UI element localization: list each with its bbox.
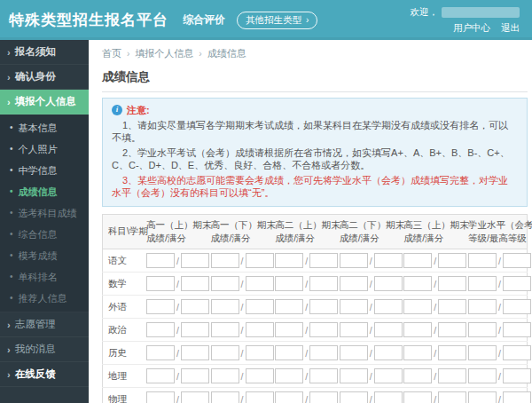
score-input[interactable] [403,322,432,337]
user-center-link[interactable]: 用户中心 [453,22,490,35]
sidebar-subitem-comprehensive-info[interactable]: •综合信息 [0,224,89,245]
grade-input[interactable] [468,299,497,314]
score-input[interactable] [146,276,175,291]
grade-input[interactable] [468,276,497,291]
logout-link[interactable]: 退出 [501,22,520,35]
grade-input[interactable] [468,345,497,360]
sidebar-subitem-basic-info[interactable]: •基本信息 [0,117,89,138]
score-input[interactable] [211,391,239,403]
full-score-input[interactable] [438,253,466,268]
full-score-input[interactable] [246,299,274,314]
full-score-input[interactable] [374,345,403,360]
sidebar-subitem-personal-photo[interactable]: •个人照片 [0,138,89,160]
score-input[interactable] [340,368,368,383]
max-grade-input[interactable] [503,253,531,268]
score-input[interactable] [146,368,175,383]
score-input[interactable] [211,253,239,268]
score-input[interactable] [275,253,303,268]
score-input[interactable] [211,299,239,314]
full-score-input[interactable] [374,299,403,314]
score-input[interactable] [211,276,239,291]
score-input[interactable] [340,253,368,268]
full-score-input[interactable] [246,276,274,291]
full-score-input[interactable] [246,391,274,403]
max-grade-input[interactable] [503,299,531,314]
score-input[interactable] [340,322,368,337]
score-input[interactable] [275,276,303,291]
grade-input[interactable] [468,368,497,383]
sidebar-item-registration-notice[interactable]: ›报名须知 [0,40,89,65]
full-score-input[interactable] [438,391,466,403]
full-score-input[interactable] [181,322,209,337]
full-score-input[interactable] [309,276,338,291]
sidebar-item-confirm-identity[interactable]: ›确认身份 [0,65,89,90]
sidebar-subitem-recommender-info[interactable]: •推荐人信息 [0,288,89,309]
score-input[interactable] [211,322,239,337]
score-input[interactable] [275,345,303,360]
score-input[interactable] [211,345,239,360]
score-input[interactable] [275,368,303,383]
score-input[interactable] [146,253,175,268]
full-score-input[interactable] [309,345,338,360]
grade-input[interactable] [468,322,497,337]
grade-input[interactable] [468,391,497,403]
full-score-input[interactable] [181,253,209,268]
full-score-input[interactable] [438,299,466,314]
full-score-input[interactable] [374,322,403,337]
full-score-input[interactable] [181,391,209,403]
full-score-input[interactable] [309,391,338,403]
score-input[interactable] [146,322,175,337]
other-enrollment-types-button[interactable]: 其他招生类型 › [237,12,317,29]
sidebar-subitem-elective-subject-scores[interactable]: •选考科目成绩 [0,202,89,224]
score-input[interactable] [340,299,368,314]
breadcrumb-home[interactable]: 首页 [102,47,121,60]
score-input[interactable] [340,345,368,360]
full-score-input[interactable] [374,276,403,291]
full-score-input[interactable] [181,368,209,383]
score-input[interactable] [340,276,368,291]
full-score-input[interactable] [374,391,403,403]
full-score-input[interactable] [181,299,209,314]
score-input[interactable] [275,322,303,337]
score-input[interactable] [275,391,303,403]
sidebar-subitem-mock-exam-scores[interactable]: •模考成绩 [0,245,89,266]
full-score-input[interactable] [181,345,209,360]
sidebar-item-fill-personal-info[interactable]: ›填报个人信息 [0,90,89,115]
grade-input[interactable] [468,253,497,268]
score-input[interactable] [340,391,368,403]
breadcrumb-personal-info[interactable]: 填报个人信息 [135,47,193,60]
full-score-input[interactable] [309,253,338,268]
max-grade-input[interactable] [503,276,531,291]
score-input[interactable] [146,345,175,360]
full-score-input[interactable] [438,345,466,360]
max-grade-input[interactable] [503,368,531,383]
full-score-input[interactable] [246,345,274,360]
score-input[interactable] [211,368,239,383]
full-score-input[interactable] [309,368,338,383]
score-input[interactable] [403,276,432,291]
full-score-input[interactable] [438,276,466,291]
full-score-input[interactable] [309,299,338,314]
full-score-input[interactable] [181,276,209,291]
max-grade-input[interactable] [503,391,531,403]
sidebar-subitem-score-info[interactable]: •成绩信息 [0,181,89,202]
score-input[interactable] [275,299,303,314]
score-input[interactable] [146,391,175,403]
score-input[interactable] [403,253,432,268]
score-input[interactable] [403,345,432,360]
max-grade-input[interactable] [503,345,531,360]
max-grade-input[interactable] [503,322,531,337]
full-score-input[interactable] [374,368,403,383]
sidebar-item-online-feedback[interactable]: ›在线反馈 [0,362,89,387]
sidebar-item-application-management[interactable]: ›志愿管理 [0,312,89,337]
full-score-input[interactable] [438,368,466,383]
score-input[interactable] [403,368,432,383]
full-score-input[interactable] [374,253,403,268]
sidebar-subitem-subject-ranking[interactable]: •单科排名 [0,266,89,288]
full-score-input[interactable] [246,253,274,268]
full-score-input[interactable] [246,368,274,383]
score-input[interactable] [403,299,432,314]
score-input[interactable] [403,391,432,403]
sidebar-item-my-messages[interactable]: ›我的消息 [0,337,89,362]
full-score-input[interactable] [438,322,466,337]
